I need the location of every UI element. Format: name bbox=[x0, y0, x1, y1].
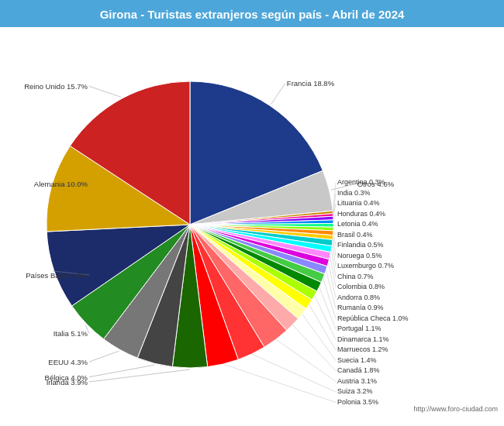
svg-line-30 bbox=[333, 233, 336, 246]
svg-line-56 bbox=[276, 339, 336, 381]
svg-line-40 bbox=[328, 263, 336, 297]
svg-text:Honduras 0.4%: Honduras 0.4% bbox=[337, 210, 385, 218]
header: Girona - Turistas extranjeros según país… bbox=[0, 0, 504, 27]
svg-text:Portugal 1.1%: Portugal 1.1% bbox=[337, 325, 381, 332]
svg-line-54 bbox=[292, 325, 336, 371]
svg-line-12 bbox=[89, 369, 190, 382]
svg-text:India 0.3%: India 0.3% bbox=[337, 189, 371, 197]
svg-text:Canadá 1.8%: Canadá 1.8% bbox=[337, 366, 380, 374]
svg-line-46 bbox=[319, 287, 336, 329]
svg-text:Dinamarca 1.1%: Dinamarca 1.1% bbox=[337, 335, 389, 343]
svg-text:Alemania 10.0%: Alemania 10.0% bbox=[34, 180, 88, 188]
svg-text:Rumanía 0.9%: Rumanía 0.9% bbox=[337, 304, 384, 311]
svg-line-34 bbox=[332, 243, 336, 266]
svg-text:Suecia 1.4%: Suecia 1.4% bbox=[337, 356, 377, 364]
svg-line-58 bbox=[252, 354, 336, 392]
svg-line-42 bbox=[326, 270, 336, 308]
svg-text:Noruega 0.5%: Noruega 0.5% bbox=[337, 252, 382, 259]
svg-text:Irlanda 3.9%: Irlanda 3.9% bbox=[47, 378, 88, 386]
svg-text:Brasil 0.4%: Brasil 0.4% bbox=[337, 231, 373, 239]
svg-text:Austria 3.1%: Austria 3.1% bbox=[337, 377, 377, 385]
svg-text:Andorra 0.8%: Andorra 0.8% bbox=[337, 294, 380, 301]
svg-text:Marruecos 1.2%: Marruecos 1.2% bbox=[337, 345, 388, 353]
svg-text:Argentina 0.3%: Argentina 0.3% bbox=[337, 178, 385, 186]
svg-text:Reino Unido 15.7%: Reino Unido 15.7% bbox=[24, 82, 88, 91]
svg-text:Letonia 0.4%: Letonia 0.4% bbox=[337, 220, 378, 228]
svg-text:Suiza 3.2%: Suiza 3.2% bbox=[337, 387, 373, 395]
svg-text:EEUU 4.3%: EEUU 4.3% bbox=[48, 358, 88, 366]
svg-line-50 bbox=[309, 304, 336, 350]
svg-text:República Checa 1.0%: República Checa 1.0% bbox=[337, 314, 409, 322]
svg-line-32 bbox=[333, 238, 336, 256]
footer-url: http://www.foro-ciudad.com bbox=[413, 405, 498, 413]
svg-line-0 bbox=[89, 86, 121, 97]
chart-container: Reino Unido 15.7%Alemania 10.0%Países Ba… bbox=[0, 27, 504, 414]
svg-text:Lituania 0.4%: Lituania 0.4% bbox=[337, 199, 380, 207]
svg-text:China 0.7%: China 0.7% bbox=[337, 273, 374, 280]
svg-line-28 bbox=[333, 229, 336, 235]
svg-text:Países Bajos 8.8%: Países Bajos 8.8% bbox=[26, 271, 88, 280]
svg-text:Finlandia 0.5%: Finlandia 0.5% bbox=[337, 241, 384, 249]
svg-text:Francia 18.8%: Francia 18.8% bbox=[287, 79, 335, 88]
svg-text:Italia 5.1%: Italia 5.1% bbox=[54, 329, 88, 338]
svg-line-8 bbox=[89, 351, 119, 362]
svg-line-14 bbox=[271, 83, 285, 104]
svg-text:Polonia 3.5%: Polonia 3.5% bbox=[337, 398, 378, 406]
svg-line-52 bbox=[302, 314, 336, 360]
svg-text:Colombia 0.8%: Colombia 0.8% bbox=[337, 283, 385, 290]
svg-text:Luxemburgo 0.7%: Luxemburgo 0.7% bbox=[337, 262, 394, 270]
page-title: Girona - Turistas extranjeros según país… bbox=[0, 8, 504, 21]
svg-line-60 bbox=[223, 364, 336, 403]
pie-chart-svg: Reino Unido 15.7%Alemania 10.0%Países Ba… bbox=[0, 27, 504, 411]
